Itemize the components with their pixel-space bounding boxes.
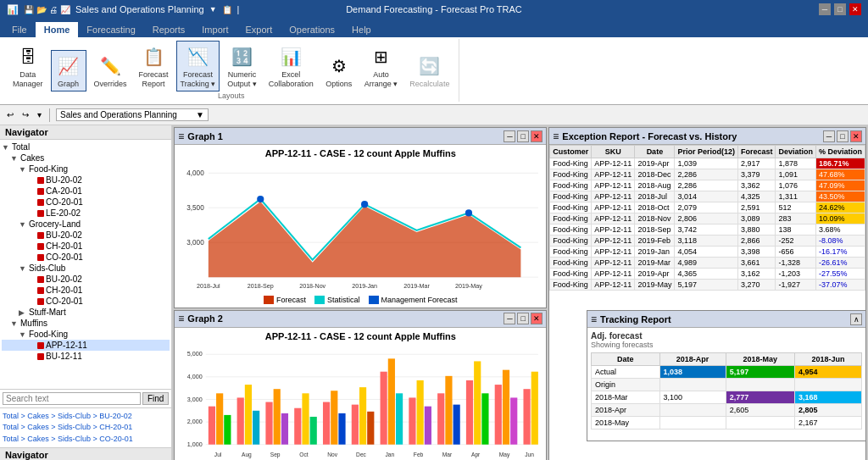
ribbon-btn-excel[interactable]: 📊 ExcelCollaboration	[264, 41, 318, 91]
tracking-collapse[interactable]: ∧	[850, 313, 862, 325]
exception-menu-icon[interactable]: ≡	[553, 130, 559, 142]
tree-item-co-20-01-3[interactable]: CO-20-01	[2, 296, 170, 307]
tab-reports[interactable]: Reports	[144, 22, 194, 37]
maximize-button[interactable]: □	[834, 3, 846, 15]
graph2-menu-icon[interactable]: ≡	[178, 313, 184, 324]
tree-item-sids-club[interactable]: ▼ Sids-Club	[2, 263, 170, 274]
tree-item-bu-20-02-2[interactable]: BU-20-02	[2, 230, 170, 241]
quick-save[interactable]: 💾	[24, 5, 34, 14]
tree-item-bu-20-02-3[interactable]: BU-20-02	[2, 274, 170, 285]
tree-item-stuff-mart[interactable]: ▶ Stuff-Mart	[2, 307, 170, 318]
breadcrumb-link-1[interactable]: Total > Cakes > Sids-Club > BU-20-02	[3, 411, 169, 423]
tree-item-food-king[interactable]: ▼ Food-King	[2, 163, 170, 175]
breadcrumb-link-3[interactable]: Total > Cakes > Sids-Club > CO-20-01	[3, 434, 169, 446]
tab-forecasting[interactable]: Forecasting	[78, 22, 143, 37]
tree-item-bu-12-11[interactable]: BU-12-11	[2, 351, 170, 362]
tree-item-total[interactable]: ▼ Total	[2, 141, 170, 152]
undo-dropdown[interactable]: ▾	[34, 108, 45, 122]
find-button[interactable]: Find	[142, 392, 169, 405]
tree-item-ch-20-01-1[interactable]: CH-20-01	[2, 241, 170, 252]
tree-item-co-20-01-2[interactable]: CO-20-01	[2, 252, 170, 263]
col-pct-deviation[interactable]: % Deviation	[815, 146, 865, 158]
col-customer[interactable]: Customer	[550, 146, 592, 158]
col-sku[interactable]: SKU	[592, 146, 635, 158]
col-prior-period[interactable]: Prior Period(12)	[675, 146, 738, 158]
quick-chart[interactable]: 📈	[60, 5, 70, 14]
toggle-muffins[interactable]: ▼	[10, 319, 19, 328]
redo-button[interactable]: ↪	[19, 108, 32, 122]
breadcrumb-link-2[interactable]: Total > Cakes > Sids-Club > CH-20-01	[3, 422, 169, 434]
tab-operations[interactable]: Operations	[281, 22, 343, 37]
table-row[interactable]: Food-KingAPP-12-112019-Jan4,0543,398-656…	[550, 247, 865, 258]
quick-open[interactable]: 📂	[36, 5, 47, 14]
tree-item-app-12-11[interactable]: APP-12-11	[2, 340, 170, 351]
toggle-stuff-mart[interactable]: ▶	[19, 308, 27, 317]
tracking-menu-icon[interactable]: ≡	[591, 313, 597, 325]
dropdown-arrow[interactable]: ▼	[209, 5, 217, 14]
graph2-minimize[interactable]: ─	[504, 313, 515, 324]
table-row[interactable]: Food-KingAPP-12-112019-Apr1,0392,9171,87…	[550, 158, 865, 169]
search-input[interactable]	[3, 392, 141, 405]
graph1-menu-icon[interactable]: ≡	[178, 130, 184, 142]
col-date[interactable]: Date	[635, 146, 675, 158]
toggle-cakes[interactable]: ▼	[10, 154, 19, 163]
ribbon-btn-options[interactable]: ⚙ Options	[321, 50, 357, 91]
graph2-close[interactable]: ✕	[531, 313, 542, 324]
graph1-close[interactable]: ✕	[531, 130, 542, 142]
table-row[interactable]: Food-KingAPP-12-112018-Sep3,7423,8801383…	[550, 224, 865, 236]
table-row[interactable]: Food-KingAPP-12-112018-Oct2,0792,5915122…	[550, 202, 865, 213]
table-row[interactable]: Food-KingAPP-12-112019-May5,1973,270-1,9…	[550, 280, 865, 291]
ribbon-btn-graph[interactable]: 📈 Graph	[51, 50, 86, 91]
graph1-maximize[interactable]: □	[517, 130, 529, 142]
graph1-minimize[interactable]: ─	[504, 130, 515, 142]
tree-item-co-20-01-1[interactable]: CO-20-01	[2, 197, 170, 208]
table-row[interactable]: Food-KingAPP-12-112019-Apr4,3653,162-1,2…	[550, 269, 865, 280]
tree-item-cakes[interactable]: ▼ Cakes	[2, 152, 170, 163]
table-row[interactable]: Food-KingAPP-12-112019-Mar4,9893,661-1,3…	[550, 258, 865, 269]
cell-customer: Food-King	[550, 247, 592, 258]
col-deviation[interactable]: Deviation	[776, 146, 816, 158]
table-row[interactable]: Food-KingAPP-12-112018-Aug2,2863,3621,07…	[550, 180, 865, 191]
cell-prior: 3,742	[675, 224, 738, 236]
exception-maximize[interactable]: □	[837, 130, 849, 142]
tab-export[interactable]: Export	[237, 22, 281, 37]
ribbon-btn-auto-arrange[interactable]: ⊞ AutoArrange ▾	[360, 41, 403, 91]
exception-close[interactable]: ✕	[850, 130, 862, 142]
tab-file[interactable]: File	[3, 22, 36, 37]
exception-minimize[interactable]: ─	[823, 130, 835, 142]
close-button[interactable]: ✕	[849, 3, 861, 15]
tree-item-grocery-land[interactable]: ▼ Grocery-Land	[2, 219, 170, 230]
tree-item-ca-20-01[interactable]: CA-20-01	[2, 186, 170, 197]
graph2-maximize[interactable]: □	[517, 313, 529, 324]
toggle-grocery-land[interactable]: ▼	[19, 220, 27, 229]
quick-print[interactable]: 🖨	[49, 5, 58, 14]
table-row[interactable]: Food-KingAPP-12-112018-Dec2,2863,3791,09…	[550, 169, 865, 180]
table-row[interactable]: Food-KingAPP-12-112018-Jul3,0144,3251,31…	[550, 191, 865, 202]
tab-import[interactable]: Import	[193, 22, 236, 37]
table-row[interactable]: Food-KingAPP-12-112019-Feb3,1182,866-252…	[550, 236, 865, 247]
ribbon-btn-forecast-tracking[interactable]: 📉 ForecastTracking ▾	[176, 41, 220, 91]
ribbon-btn-data-manager[interactable]: 🗄 DataManager	[8, 41, 47, 91]
ribbon-btn-numeric-output[interactable]: 🔢 NumericOutput ▾	[223, 41, 261, 91]
tree-item-food-king-2[interactable]: ▼ Food-King	[2, 329, 170, 340]
breadcrumb-selector[interactable]: Sales and Operations Planning ▼	[56, 108, 209, 121]
ribbon-btn-recalculate[interactable]: 🔄 Recalculate	[405, 50, 453, 91]
table-row[interactable]: Food-KingAPP-12-112018-Nov2,8063,0892831…	[550, 213, 865, 224]
ribbon-btn-overrides[interactable]: ✏️ Overrides	[90, 50, 131, 91]
tab-home[interactable]: Home	[36, 22, 79, 37]
undo-button[interactable]: ↩	[3, 108, 17, 122]
toggle-sids-club[interactable]: ▼	[19, 264, 27, 273]
toggle-total[interactable]: ▼	[2, 143, 10, 152]
col-forecast[interactable]: Forecast	[737, 146, 776, 158]
tree-item-le-20-02[interactable]: LE-20-02	[2, 208, 170, 219]
tree-item-ch-20-01-2[interactable]: CH-20-01	[2, 285, 170, 296]
tree-item-muffins[interactable]: ▼ Muffins	[2, 318, 170, 329]
toggle-food-king-2[interactable]: ▼	[19, 330, 27, 339]
tracking-may-jun: 2,167	[795, 417, 862, 430]
tree-area[interactable]: ▼ Total ▼ Cakes ▼ Food-King BU-20-02	[0, 140, 171, 389]
tab-help[interactable]: Help	[343, 22, 380, 37]
toggle-food-king[interactable]: ▼	[19, 165, 27, 174]
ribbon-btn-forecast-report[interactable]: 📋 ForecastReport	[135, 41, 173, 91]
tree-item-bu-20-02-1[interactable]: BU-20-02	[2, 175, 170, 186]
minimize-button[interactable]: ─	[819, 3, 831, 15]
